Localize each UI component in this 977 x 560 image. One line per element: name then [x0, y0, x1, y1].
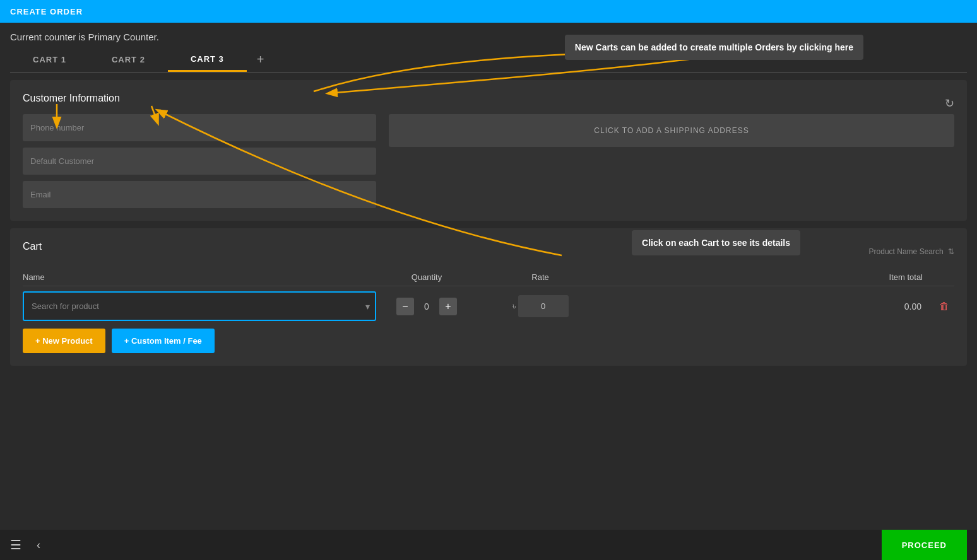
customer-fields [23, 114, 376, 208]
tooltip-click-cart: Click on each Cart to see its details [632, 230, 800, 255]
email-field[interactable] [23, 181, 376, 208]
cart-actions: + New Product + Custom Item / Fee [23, 329, 954, 353]
cart-section-title: Cart [23, 241, 42, 252]
product-search-input[interactable] [23, 291, 376, 321]
sort-icon[interactable]: ⇅ [948, 247, 954, 256]
cart-column-headers: Name Quantity Rate Item total [23, 269, 954, 286]
cart-header-row: Cart Product Name Search ⇅ [23, 241, 954, 262]
bottom-bar: ☰ ‹ PROCEED [0, 530, 977, 560]
customer-info-layout: CLICK TO ADD A SHIPPING ADDRESS [23, 114, 954, 208]
quantity-control: − 0 + [376, 298, 477, 315]
proceed-button[interactable]: PROCEED [882, 530, 967, 560]
bottom-left: ☰ ‹ [10, 537, 40, 552]
col-header-name: Name [23, 272, 376, 282]
col-header-item-total: Item total [603, 272, 954, 282]
quantity-value: 0 [420, 301, 433, 312]
tab-cart1[interactable]: CART 1 [10, 49, 89, 71]
name-field[interactable] [23, 148, 376, 175]
shipping-address-button[interactable]: CLICK TO ADD A SHIPPING ADDRESS [389, 114, 954, 147]
new-product-button[interactable]: + New Product [23, 329, 105, 353]
refresh-icon[interactable]: ↻ [945, 96, 954, 110]
product-search-wrapper: ▾ [23, 291, 376, 321]
product-name-search-label: Product Name Search ⇅ [869, 247, 954, 256]
customer-section-header: Customer Information ↻ [23, 93, 954, 114]
app-title: CREATE ORDER [10, 7, 83, 16]
custom-item-button[interactable]: + Custom Item / Fee [112, 329, 215, 353]
counter-text: Current counter is Primary Counter. [10, 32, 159, 42]
hamburger-icon[interactable]: ☰ [10, 537, 21, 552]
quantity-decrease-button[interactable]: − [396, 298, 414, 315]
delete-row-button[interactable]: 🗑 [934, 298, 954, 315]
main-content: Current counter is Primary Counter. CART… [0, 23, 977, 530]
rate-input[interactable] [518, 295, 569, 317]
tab-cart3[interactable]: CART 3 [168, 48, 247, 72]
rate-wrapper: ৳ [477, 295, 603, 317]
add-cart-button[interactable]: + [247, 47, 275, 72]
customer-section-title: Customer Information [23, 93, 120, 104]
item-total-value: 0.00 [603, 301, 934, 312]
col-header-rate: Rate [477, 272, 603, 282]
cart-section: Cart Product Name Search ⇅ Name Quantity… [10, 228, 967, 366]
product-row: ▾ − 0 + ৳ 0.00 🗑 [23, 291, 954, 321]
tab-cart2[interactable]: CART 2 [89, 49, 168, 71]
rate-currency-symbol: ৳ [512, 301, 516, 312]
col-header-quantity: Quantity [376, 272, 477, 282]
back-icon[interactable]: ‹ [37, 539, 40, 552]
phone-field[interactable] [23, 114, 376, 141]
tooltip-new-carts: New Carts can be added to create multipl… [565, 35, 863, 60]
top-bar: CREATE ORDER [0, 0, 977, 23]
quantity-increase-button[interactable]: + [439, 298, 457, 315]
customer-info-section: Customer Information ↻ CLICK TO ADD A SH… [10, 80, 967, 221]
